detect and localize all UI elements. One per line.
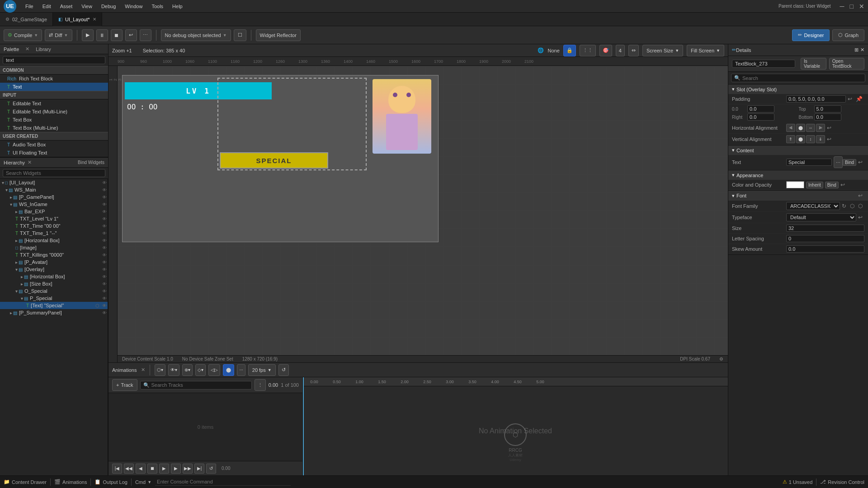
font-family-select[interactable]: ARCADECLASSIC_Fo (786, 202, 840, 210)
v-align-top-btn[interactable]: ⇑ (786, 135, 795, 143)
lock-btn[interactable]: 🔒 (563, 45, 576, 56)
special-text-box[interactable]: SPECIAL (220, 152, 328, 169)
letter-spacing-input[interactable] (786, 235, 864, 242)
hier-overlay[interactable]: ▾ ▤ [Overlay] 👁 (0, 266, 108, 273)
font-reset-btn[interactable]: ↩ (856, 192, 864, 199)
debug-icon-btn[interactable]: ☐ (234, 29, 246, 41)
padding-bottom-input[interactable] (814, 113, 841, 121)
font-family-icon1[interactable]: ↻ (840, 203, 848, 209)
text-prop-input[interactable] (786, 159, 832, 166)
cmd-dropdown-icon[interactable]: ▼ (147, 480, 151, 484)
hierarchy-close[interactable]: ✕ (28, 160, 32, 165)
play-step-back-btn[interactable]: ◀ (136, 464, 146, 474)
screen-size-btn[interactable]: Screen Size ▼ (642, 45, 683, 56)
text-icon-btn[interactable]: ⋯ (834, 156, 843, 168)
menu-file[interactable]: File (22, 2, 37, 11)
play-loop-btn[interactable]: ↺ (206, 464, 216, 474)
anim-tool-5[interactable]: ◁▷ (208, 364, 220, 376)
revision-control-btn[interactable]: ⎇ Revision Control (820, 479, 864, 485)
fps-selector[interactable]: 20 fps ▼ (248, 364, 276, 376)
maximize-btn[interactable]: □ (850, 3, 854, 10)
library-tab[interactable]: Library (36, 47, 51, 52)
palette-close[interactable]: ✕ (25, 46, 29, 52)
canvas-main[interactable]: LV 1 OO : OO (118, 66, 728, 362)
h-align-reset-btn[interactable]: ↩ (825, 125, 833, 131)
fill-screen-dropdown[interactable]: ▼ (716, 48, 720, 53)
compile-dropdown[interactable]: ▼ (34, 33, 38, 38)
hier-sizebox-eye[interactable]: 👁 (101, 282, 108, 286)
h-align-fill-btn[interactable]: ↔ (806, 124, 815, 132)
num-btn[interactable]: 4 (616, 45, 625, 56)
hier-sizebox[interactable]: ▸ ▤ [Size Box] 👁 (0, 280, 108, 287)
anim-tool-2[interactable]: 👁▾ (168, 364, 179, 376)
textblock-name-input[interactable] (732, 60, 795, 68)
details-search-input[interactable] (742, 75, 862, 81)
play-step-fwd-btn[interactable]: ▶ (171, 464, 181, 474)
text-reset-btn[interactable]: ↩ (856, 159, 864, 165)
hier-ws-main[interactable]: ▾ ▤ WS_Main 👁 (0, 186, 108, 193)
hier-hbox-eye[interactable]: 👁 (101, 238, 108, 243)
menu-debug[interactable]: Debug (98, 2, 119, 11)
palette-item-ui-floating[interactable]: T UI Floating Text (0, 149, 108, 157)
pause-button[interactable]: ⏸ (96, 29, 108, 41)
diff-button[interactable]: ⇄ Diff ▼ (45, 29, 72, 41)
settings-icon[interactable]: ⚙ (719, 357, 723, 361)
hier-killings-eye[interactable]: 👁 (101, 253, 108, 258)
hier-pgame-eye[interactable]: 👁 (101, 195, 108, 200)
anim-record-btn[interactable]: ⬤ (223, 364, 234, 376)
color-swatch[interactable] (786, 181, 804, 188)
v-align-center-btn[interactable]: ⬤ (796, 135, 805, 143)
hier-txtlv-eye[interactable]: 👁 (101, 216, 108, 221)
search-tracks-input[interactable] (151, 382, 249, 388)
content-section-title[interactable]: ▾ Content (728, 145, 868, 155)
appearance-section-title[interactable]: ▾ Appearance (728, 170, 868, 180)
timeline-cursor[interactable] (303, 377, 304, 475)
v-align-bottom-btn[interactable]: ⇓ (816, 135, 825, 143)
details-grid-icon[interactable]: ⊞ (854, 47, 859, 53)
padding-reset-btn[interactable]: ↩ (846, 96, 854, 102)
inherit-btn[interactable]: Inherit (806, 182, 823, 188)
bind-widgets-btn[interactable]: Bind Widgets (78, 160, 104, 165)
animations-status-btn[interactable]: 🎬 Animations (54, 479, 87, 485)
h-align-left-btn[interactable]: ⫷ (786, 124, 795, 132)
hier-txt-killings[interactable]: T TXT_Killings "0000" 👁 (0, 251, 108, 258)
hier-pavatar-eye[interactable]: 👁 (101, 260, 108, 265)
size-input[interactable] (786, 225, 864, 232)
palette-item-audio-text[interactable]: T Audio Text Box (0, 141, 108, 149)
console-command-input[interactable] (155, 478, 291, 486)
details-close-icon[interactable]: ✕ (860, 47, 864, 53)
palette-search-input[interactable] (3, 56, 105, 64)
palette-item-editable-text[interactable]: T Editable Text (0, 99, 108, 108)
play-prev-btn[interactable]: ◀◀ (124, 464, 134, 474)
widget-reflector-button[interactable]: Widget Reflector (256, 29, 301, 41)
anim-close-btn[interactable]: ✕ (141, 367, 145, 373)
play-play-btn[interactable]: ▶ (159, 464, 169, 474)
hier-txttime-eye[interactable]: 👁 (101, 224, 108, 229)
menu-window[interactable]: Window (121, 2, 146, 11)
hier-text-special[interactable]: T [Text] "Special" ⬡ 👁 (0, 302, 108, 309)
palette-item-text-box[interactable]: T Text Box (0, 116, 108, 124)
hier-eye-icon[interactable]: 👁 (101, 180, 108, 185)
close-btn[interactable]: ✕ (859, 3, 864, 10)
hier-pspecial-eye[interactable]: 👁 (101, 296, 108, 301)
tab-ui-layout[interactable]: ◧ UI_Layout* ✕ (53, 13, 102, 26)
fill-screen-btn[interactable]: Fill Screen ▼ (687, 45, 724, 56)
menu-view[interactable]: View (78, 2, 96, 11)
font-family-icon2[interactable]: ⬡ (848, 203, 856, 209)
cmd-selector[interactable]: Cmd ▼ (135, 479, 151, 485)
color-bind-btn[interactable]: Bind (825, 182, 839, 188)
anim-tool-6[interactable]: ··· (237, 364, 245, 376)
hier-txt-time1[interactable]: T TXT_Time_1 "--" 👁 (0, 230, 108, 237)
hier-txttime1-eye[interactable]: 👁 (101, 231, 108, 236)
h-align-right-btn[interactable]: ⫸ (816, 124, 825, 132)
tab-gamestage[interactable]: ⚙ 02_GameStage (0, 13, 53, 26)
play-stop-btn[interactable]: ⏹ (147, 464, 157, 474)
padding-input[interactable] (786, 95, 846, 103)
anim-loop-btn[interactable]: ↺ (278, 364, 289, 376)
fps-dropdown[interactable]: ▼ (268, 368, 272, 372)
canvas-none-btn[interactable]: None (547, 48, 559, 53)
hier-hbox[interactable]: ▸ ▤ [Horizontal Box] 👁 (0, 237, 108, 244)
palette-item-editable-text-multi[interactable]: T Editable Text (Multi-Line) (0, 108, 108, 116)
is-variable-btn[interactable]: Is Variable (801, 58, 826, 70)
anim-tool-4[interactable]: ◇▾ (195, 364, 206, 376)
